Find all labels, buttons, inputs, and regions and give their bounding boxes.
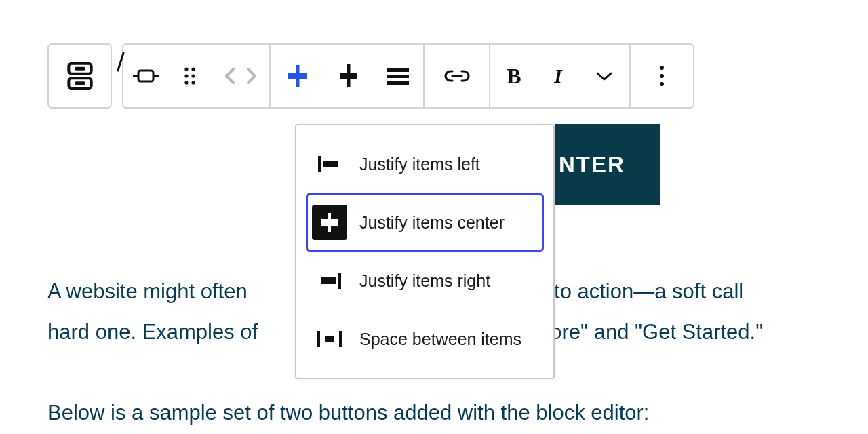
menu-item-justify-right[interactable]: Justify items right <box>306 252 544 310</box>
more-vertical-icon <box>659 65 665 87</box>
menu-item-label: Space between items <box>359 330 521 349</box>
svg-point-10 <box>184 81 188 84</box>
more-options-button[interactable] <box>631 45 693 107</box>
svg-rect-24 <box>323 161 338 167</box>
svg-point-20 <box>660 66 664 70</box>
svg-point-8 <box>184 74 188 77</box>
drag-handle-icon <box>183 66 197 86</box>
svg-point-21 <box>660 74 664 78</box>
justify-center-active-icon <box>284 62 311 90</box>
svg-rect-13 <box>288 73 307 79</box>
menu-item-label: Justify items right <box>359 271 490 291</box>
more-format-button[interactable] <box>578 45 629 107</box>
align-middle-icon <box>336 62 361 90</box>
svg-rect-18 <box>387 81 409 85</box>
preview-button-label: NTER <box>559 152 625 178</box>
svg-rect-3 <box>75 81 85 85</box>
menu-item-label: Justify items left <box>359 155 480 174</box>
svg-point-6 <box>184 67 188 71</box>
svg-point-22 <box>660 82 664 86</box>
move-arrows-icon <box>222 66 259 85</box>
buttons-block-icon <box>66 61 94 91</box>
preview-button-fragment[interactable]: NTER <box>555 124 660 205</box>
italic-icon: I <box>554 64 562 87</box>
svg-rect-16 <box>387 68 409 72</box>
move-arrows-button[interactable] <box>212 45 269 107</box>
menu-item-space-between[interactable]: Space between items <box>306 310 544 368</box>
space-between-icon <box>315 328 344 350</box>
block-toolbar: B I <box>0 0 868 108</box>
justify-right-icon <box>316 270 343 292</box>
bold-button[interactable]: B <box>490 45 538 107</box>
svg-rect-15 <box>340 73 357 79</box>
svg-rect-27 <box>321 277 336 284</box>
svg-rect-30 <box>326 336 334 342</box>
justify-button[interactable] <box>271 45 325 107</box>
svg-rect-17 <box>387 75 409 78</box>
svg-rect-5 <box>138 71 153 81</box>
row-lines-icon <box>386 66 410 85</box>
paragraph-2: Below is a sample set of two buttons add… <box>47 393 831 433</box>
svg-point-7 <box>191 67 195 71</box>
justify-left-icon <box>316 153 343 175</box>
link-icon <box>443 68 471 84</box>
svg-point-9 <box>191 74 195 77</box>
drag-handle-button[interactable] <box>167 45 212 107</box>
block-type-button[interactable] <box>47 43 112 108</box>
justify-center-icon <box>316 210 343 235</box>
italic-button[interactable]: I <box>538 45 578 107</box>
chevron-down-icon <box>595 71 613 81</box>
orientation-button[interactable] <box>372 45 423 107</box>
justify-dropdown: Justify items left Justify items center … <box>295 124 555 379</box>
svg-rect-1 <box>75 67 85 71</box>
bold-icon: B <box>507 64 521 89</box>
toolbar-main: B I <box>122 43 694 108</box>
svg-rect-26 <box>321 219 338 226</box>
align-icon <box>132 66 160 86</box>
svg-point-11 <box>191 81 195 84</box>
menu-item-label: Justify items center <box>359 213 505 233</box>
menu-item-justify-left[interactable]: Justify items left <box>306 135 544 193</box>
link-button[interactable] <box>425 45 489 107</box>
align-button[interactable] <box>123 45 167 107</box>
menu-item-justify-center[interactable]: Justify items center <box>306 193 544 252</box>
vertical-align-button[interactable] <box>325 45 372 107</box>
